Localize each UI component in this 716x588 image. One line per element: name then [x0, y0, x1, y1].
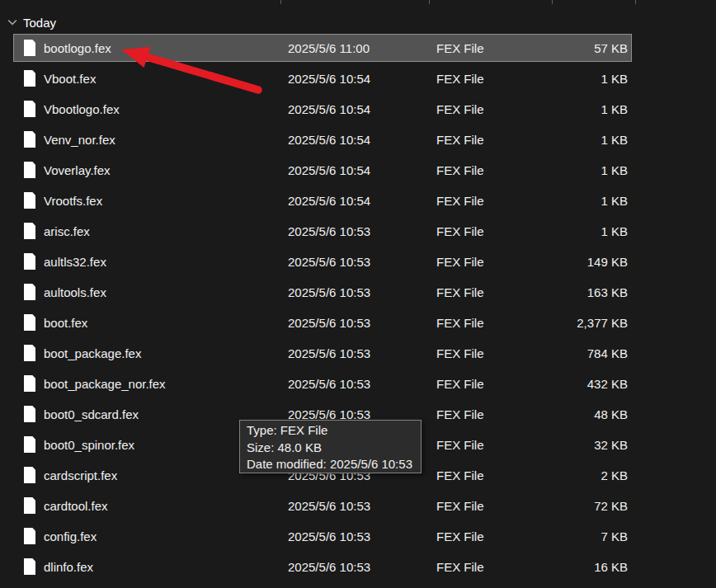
file-icon [23, 253, 36, 270]
hover-tooltip: Type: FEX File Size: 48.0 KB Date modifi… [239, 420, 422, 473]
column-separator-tick [429, 0, 430, 4]
file-row[interactable]: aultools.fex 2025/5/6 10:53 FEX File 163… [13, 278, 632, 306]
file-date-modified: 2025/5/6 10:54 [281, 163, 430, 177]
file-size: 432 KB [553, 377, 631, 391]
file-row[interactable]: aultls32.fex 2025/5/6 10:53 FEX File 149… [13, 247, 632, 275]
file-row[interactable]: arisc.fex 2025/5/6 10:53 FEX File 1 KB [13, 217, 632, 245]
file-date-modified: 2025/5/6 10:54 [281, 72, 430, 86]
file-list: bootlogo.fex 2025/5/6 11:00 FEX File 57 … [13, 34, 632, 583]
file-size: 48 KB [553, 407, 631, 421]
file-name-label: Voverlay.fex [44, 163, 111, 177]
file-type: FEX File [430, 407, 553, 421]
file-name-label: cardtool.fex [44, 499, 108, 513]
tooltip-size-line: Size: 48.0 KB [247, 440, 412, 457]
file-row[interactable]: Vbootlogo.fex 2025/5/6 10:54 FEX File 1 … [13, 95, 632, 123]
file-name-label: dlinfo.fex [44, 560, 93, 574]
chevron-down-icon[interactable] [7, 19, 17, 26]
file-row[interactable]: bootlogo.fex 2025/5/6 11:00 FEX File 57 … [13, 34, 632, 62]
file-icon [23, 375, 36, 392]
file-name-label: cardscript.fex [44, 468, 117, 482]
file-type: FEX File [430, 224, 553, 238]
file-icon [23, 192, 36, 209]
file-date-modified: 2025/5/6 10:53 [281, 529, 430, 543]
file-icon [23, 497, 36, 514]
column-separator-tick [635, 0, 636, 4]
file-size: 1 KB [553, 163, 631, 177]
file-type: FEX File [430, 102, 553, 116]
file-name-label: Vrootfs.fex [44, 194, 102, 208]
file-icon [23, 131, 36, 148]
file-date-modified: 2025/5/6 10:53 [281, 377, 430, 391]
file-row[interactable]: Vboot.fex 2025/5/6 10:54 FEX File 1 KB [13, 64, 632, 92]
file-icon [23, 223, 36, 239]
file-row[interactable]: boot.fex 2025/5/6 10:53 FEX File 2,377 K… [13, 308, 632, 336]
file-name-label: config.fex [44, 529, 97, 543]
file-type: FEX File [430, 377, 553, 391]
file-row[interactable]: cardtool.fex 2025/5/6 10:53 FEX File 72 … [13, 492, 632, 520]
file-name-label: Vboot.fex [44, 72, 96, 86]
file-name-label: Venv_nor.fex [44, 133, 115, 147]
file-name-label: aultls32.fex [44, 255, 106, 269]
file-row[interactable]: Voverlay.fex 2025/5/6 10:54 FEX File 1 K… [13, 156, 632, 184]
file-size: 57 KB [553, 41, 631, 55]
file-type: FEX File [430, 41, 553, 55]
file-date-modified: 2025/5/6 10:53 [281, 346, 430, 360]
tooltip-date-line: Date modified: 2025/5/6 10:53 [247, 456, 412, 473]
file-icon [23, 284, 36, 300]
file-row[interactable]: config.fex 2025/5/6 10:53 FEX File 7 KB [13, 522, 632, 550]
file-name-label: arisc.fex [44, 224, 90, 238]
file-name-label: bootlogo.fex [44, 41, 111, 55]
file-icon [23, 314, 36, 331]
file-type: FEX File [430, 499, 553, 513]
file-size: 7 KB [553, 529, 631, 543]
file-row[interactable]: Vrootfs.fex 2025/5/6 10:54 FEX File 1 KB [13, 186, 632, 214]
file-type: FEX File [430, 529, 553, 543]
file-name-label: boot_package.fex [44, 346, 141, 360]
file-name-label: Vbootlogo.fex [44, 102, 120, 116]
column-separator-tick [280, 0, 281, 4]
file-type: FEX File [430, 72, 553, 86]
file-row[interactable]: dlinfo.fex 2025/5/6 10:53 FEX File 16 KB [13, 553, 632, 581]
file-icon [23, 345, 36, 361]
file-icon [23, 436, 36, 453]
file-date-modified: 2025/5/6 10:53 [281, 407, 430, 421]
file-type: FEX File [430, 346, 553, 360]
file-type: FEX File [430, 194, 553, 208]
file-name-label: aultools.fex [44, 285, 106, 299]
file-date-modified: 2025/5/6 10:53 [281, 285, 430, 299]
file-size: 2,377 KB [553, 316, 631, 330]
file-name-label: boot0_spinor.fex [44, 438, 134, 452]
group-label: Today [23, 16, 56, 30]
file-type: FEX File [430, 163, 553, 177]
file-name-label: boot_package_nor.fex [44, 377, 166, 391]
file-icon [23, 467, 36, 483]
file-row[interactable]: boot_package.fex 2025/5/6 10:53 FEX File… [13, 339, 632, 367]
file-date-modified: 2025/5/6 10:53 [281, 316, 430, 330]
file-type: FEX File [430, 468, 553, 482]
file-date-modified: 2025/5/6 10:53 [281, 255, 430, 269]
file-size: 1 KB [553, 102, 631, 116]
file-size: 1 KB [553, 133, 631, 147]
file-type: FEX File [430, 316, 553, 330]
column-separator-tick [552, 0, 553, 4]
file-row[interactable]: boot_package_nor.fex 2025/5/6 10:53 FEX … [13, 369, 632, 397]
file-size: 72 KB [553, 499, 631, 513]
file-date-modified: 2025/5/6 10:54 [281, 194, 430, 208]
file-icon [23, 70, 36, 87]
file-size: 1 KB [553, 194, 631, 208]
file-row[interactable]: Venv_nor.fex 2025/5/6 10:54 FEX File 1 K… [13, 125, 632, 153]
file-type: FEX File [430, 438, 553, 452]
tooltip-type-line: Type: FEX File [247, 422, 412, 440]
file-date-modified: 2025/5/6 10:53 [281, 224, 430, 238]
group-header-today[interactable]: Today [7, 13, 56, 31]
file-date-modified: 2025/5/6 10:54 [281, 102, 430, 116]
file-size: 2 KB [553, 468, 631, 482]
file-type: FEX File [430, 133, 553, 147]
file-name-label: boot.fex [44, 316, 87, 330]
file-date-modified: 2025/5/6 10:54 [281, 133, 430, 147]
file-size: 784 KB [553, 346, 631, 360]
file-size: 1 KB [553, 224, 631, 238]
file-icon [23, 528, 36, 544]
file-type: FEX File [430, 560, 553, 574]
file-size: 149 KB [553, 255, 631, 269]
